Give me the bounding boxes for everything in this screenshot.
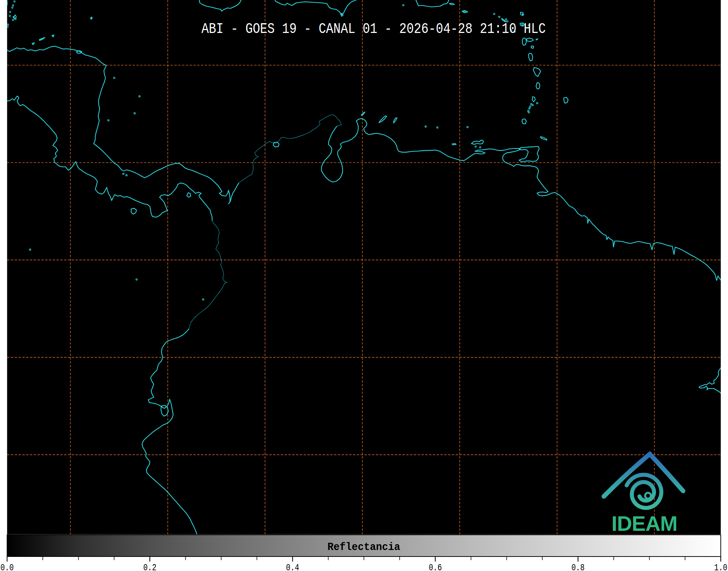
svg-text:ABI - GOES 19 - CANAL 01 - 202: ABI - GOES 19 - CANAL 01 - 2026-04-28 21… (202, 21, 546, 37)
svg-text:0.4: 0.4 (286, 563, 299, 571)
svg-text:1.0: 1.0 (714, 563, 728, 571)
svg-text:0.6: 0.6 (429, 563, 442, 571)
svg-text:Reflectancia: Reflectancia (328, 541, 400, 553)
svg-text:0.0: 0.0 (0, 563, 14, 571)
svg-text:0.8: 0.8 (571, 563, 585, 571)
svg-text:IDEAM: IDEAM (611, 512, 677, 535)
svg-text:0.2: 0.2 (143, 563, 157, 571)
